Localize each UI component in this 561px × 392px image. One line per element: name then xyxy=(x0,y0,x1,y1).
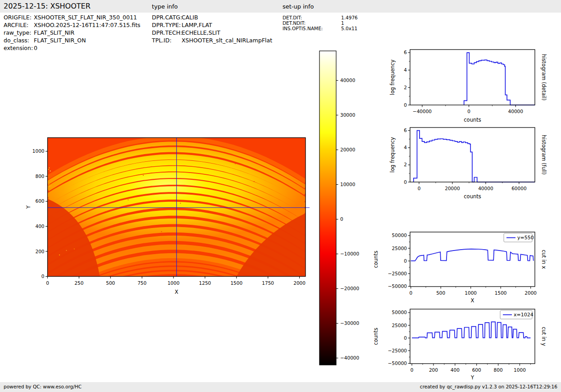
colorbar-tick-label: 10000 xyxy=(340,182,355,187)
histogram-full-data-line xyxy=(414,131,535,182)
cut-in-y-legend-label: x=1024 xyxy=(514,312,534,318)
y-tick-label: −50000 xyxy=(388,283,407,289)
histogram-detail-side-label: histogram (detail) xyxy=(541,54,547,100)
cut-in-x-ylabel: counts xyxy=(373,251,379,268)
colorbar-tick-label: 30000 xyxy=(340,112,355,118)
cut-in-y-data-line xyxy=(412,322,530,338)
histogram-detail-xlabel: counts xyxy=(464,117,481,123)
y-tick-label: 6 xyxy=(404,50,407,55)
raw-image-plot: 0250500750100012501500175020000200400600… xyxy=(25,138,310,316)
histogram-full-xlabel: counts xyxy=(464,193,481,200)
x-tick-label: 500 xyxy=(106,280,115,286)
y-tick-label: 6 xyxy=(404,128,407,133)
x-tick-label: 20000 xyxy=(445,186,460,191)
y-tick-label: 200 xyxy=(35,249,44,254)
x-tick-label: 200 xyxy=(429,367,438,373)
x-tick-label: 250 xyxy=(74,280,83,286)
histogram-detail-data-line xyxy=(464,53,535,105)
x-tick-label: 1500 xyxy=(495,290,507,296)
x-tick-label: 0 xyxy=(467,109,470,114)
cut-in-y-ylabel: counts xyxy=(373,328,379,345)
x-tick-label: 2000 xyxy=(525,290,537,296)
x-tick-label: 40000 xyxy=(508,109,523,114)
y-tick-label: −25000 xyxy=(388,348,407,353)
y-tick-label: 2 xyxy=(404,85,407,90)
cut-in-y-plot: 02004006008001000−50000−2500002500050000… xyxy=(373,309,547,381)
x-tick-label: 2000 xyxy=(293,280,306,286)
x-tick-label: 1000 xyxy=(514,367,526,373)
figure-canvas: 0250500750100012501500175020000200400600… xyxy=(0,0,561,392)
x-tick-label: 0 xyxy=(409,290,412,296)
colorbar-tick-label: −10000 xyxy=(340,251,359,256)
y-tick-label: 0 xyxy=(41,273,45,279)
y-tick-label: 2 xyxy=(404,162,407,167)
x-tick-label: 40000 xyxy=(478,186,493,191)
x-tick-label: 1250 xyxy=(199,280,211,286)
x-tick-label: 0 xyxy=(418,186,421,191)
y-tick-label: −25000 xyxy=(388,271,407,276)
x-tick-label: 1000 xyxy=(465,290,477,296)
y-tick-label: 25000 xyxy=(392,323,407,328)
x-tick-label: 0 xyxy=(46,280,49,286)
x-tick-label: 800 xyxy=(494,367,503,373)
x-tick-label: 750 xyxy=(137,280,146,286)
x-tick-label: 1500 xyxy=(230,280,242,286)
y-tick-label: 50000 xyxy=(392,310,407,315)
y-tick-label: 0 xyxy=(404,179,407,185)
y-tick-label: 4 xyxy=(404,67,407,73)
cut-in-x-plot: 0500100015002000−50000−2500002500050000X… xyxy=(373,232,547,304)
y-tick-label: 0 xyxy=(404,335,407,341)
y-tick-label: 400 xyxy=(35,223,44,229)
y-tick-label: 4 xyxy=(404,145,407,150)
histogram-detail-frame xyxy=(410,50,535,105)
x-tick-label: 60000 xyxy=(511,186,526,191)
cut-in-y-side-label: cut in y xyxy=(541,327,547,346)
histogram-full-side-label: histogram (full) xyxy=(541,135,547,175)
y-tick-label: 800 xyxy=(35,173,44,179)
histogram-detail-ylabel: log frequency xyxy=(389,59,396,95)
footer-created-by: created by qc_rawdisp.py v1.2.3 on 2025-… xyxy=(420,384,557,389)
histogram-detail-plot: −400000400000246countslog frequencyhisto… xyxy=(389,50,547,123)
footer-qc-link-text: powered by QC: www.eso.org/HC xyxy=(4,384,82,389)
colorbar-tick-label: −30000 xyxy=(340,320,359,326)
cut-in-x-side-label: cut in x xyxy=(541,250,547,269)
cut-in-y-xlabel: Y xyxy=(470,374,474,381)
raw-image-ylabel: Y xyxy=(25,205,32,209)
y-tick-label: 600 xyxy=(35,198,44,204)
x-tick-label: 1750 xyxy=(262,280,274,286)
x-tick-label: −40000 xyxy=(413,109,432,114)
colorbar-tick-label: −40000 xyxy=(340,355,359,360)
y-tick-label: 25000 xyxy=(392,246,407,251)
cut-in-x-xlabel: X xyxy=(471,297,474,304)
y-tick-label: 0 xyxy=(404,258,407,264)
colorbar-gradient xyxy=(319,51,336,365)
x-tick-label: 1000 xyxy=(168,280,180,286)
x-tick-label: 400 xyxy=(451,367,460,373)
qc-report-page: 2025-12-15: XSHOOTER type info set-up in… xyxy=(0,0,561,392)
histogram-full-ylabel: log frequency xyxy=(389,137,396,173)
x-tick-label: 500 xyxy=(436,290,445,296)
colorbar-tick-label: 20000 xyxy=(340,147,355,152)
y-tick-label: −50000 xyxy=(388,360,407,366)
colorbar: 400003000020000100000−10000−20000−30000−… xyxy=(319,51,359,365)
footer-bar: powered by QC: www.eso.org/HC created by… xyxy=(0,382,561,392)
colorbar-tick-label: 0 xyxy=(340,216,343,222)
y-tick-label: 1000 xyxy=(32,148,45,154)
cut-in-x-legend-label: y=550 xyxy=(517,235,534,241)
x-tick-label: 600 xyxy=(472,367,481,373)
cut-in-x-data-line xyxy=(411,249,534,261)
colorbar-tick-label: −20000 xyxy=(340,286,359,291)
raw-image-xlabel: X xyxy=(175,289,178,295)
y-tick-label: 50000 xyxy=(392,232,407,238)
x-tick-label: 0 xyxy=(410,367,414,373)
histogram-full-plot: 02000040000600000246countslog frequencyh… xyxy=(389,128,547,200)
y-tick-label: 0 xyxy=(404,102,407,108)
colorbar-tick-label: 40000 xyxy=(340,77,355,83)
